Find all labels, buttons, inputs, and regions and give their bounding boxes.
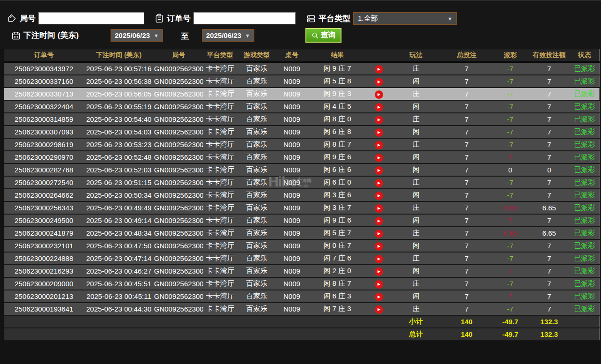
table-row[interactable]: 2506230002418792025-06-23 00:48:34GN0092… — [4, 227, 600, 239]
play-icon[interactable]: ▶ — [375, 204, 383, 213]
table-row[interactable]: 2506230003371602025-06-23 00:56:38GN0092… — [4, 75, 600, 88]
table-row[interactable]: 2506230002909702025-06-23 00:52:48GN0092… — [4, 151, 600, 163]
play-icon[interactable]: ▶ — [375, 305, 383, 314]
cell-total-bet: 7 — [441, 239, 492, 252]
cell-valid-bet: 7 — [528, 303, 570, 315]
cell-platform: 卡卡湾厅 — [203, 62, 237, 75]
cell-total-bet: 7 — [441, 138, 492, 151]
cell-table-no: N009 — [276, 214, 307, 227]
cell-play: 闲 — [391, 126, 441, 138]
cell-bet-time: 2025-06-23 00:45:51 — [84, 277, 154, 290]
cell-result: 闲 2 庄 0 — [307, 265, 367, 277]
play-icon[interactable]: ▶ — [375, 217, 383, 225]
cell-order-no: 250623000322404 — [4, 100, 84, 113]
round-number-input[interactable] — [38, 12, 144, 24]
table-row[interactable]: 2506230003224042025-06-23 00:55:19GN0092… — [4, 100, 600, 113]
cell-game: 百家乐 — [237, 227, 276, 239]
cell-bet-time: 2025-06-23 00:49:14 — [84, 214, 154, 227]
cell-order-no: 250623000201213 — [4, 290, 84, 303]
cell-status: 已派彩 — [570, 100, 599, 113]
cell-result: 闲 6 庄 3 — [307, 290, 367, 303]
cell-total-bet: 7 — [441, 126, 492, 138]
play-icon[interactable]: ▶ — [375, 116, 383, 124]
play-icon[interactable]: ▶ — [375, 179, 383, 187]
table-row[interactable]: 2506230002248882025-06-23 00:47:14GN0092… — [4, 252, 600, 265]
cell-table-no: N009 — [276, 189, 307, 201]
play-icon[interactable]: ▶ — [375, 154, 383, 162]
cell-valid-bet: 7 — [528, 138, 570, 151]
cell-round-no: GN0092562300Q — [154, 138, 203, 151]
table-row[interactable]: 2506230002646622025-06-23 00:50:34GN0092… — [4, 189, 600, 201]
table-row[interactable]: 2506230002725402025-06-23 00:51:15GN0092… — [4, 176, 600, 189]
cell-payout: -7 — [492, 239, 528, 252]
order-number-group: 订单号 — [155, 12, 296, 24]
cell-order-no: 250623000298619 — [4, 138, 84, 151]
play-icon[interactable]: ▶ — [375, 267, 383, 276]
table-row[interactable]: 2506230002321012025-06-23 00:47:50GN0092… — [4, 239, 600, 252]
cell-platform: 卡卡湾厅 — [203, 227, 237, 239]
play-icon[interactable]: ▶ — [375, 230, 383, 238]
chevron-down-icon: ▼ — [154, 33, 159, 38]
cell-payout: -7 — [492, 277, 528, 290]
play-icon[interactable]: ▶ — [375, 293, 383, 301]
cell-payout: 6.65 — [492, 201, 528, 214]
table-row[interactable]: 2506230003070932025-06-23 00:54:03GN0092… — [4, 126, 600, 138]
cell-valid-bet: 6.65 — [528, 201, 570, 214]
cell-payout: -7 — [492, 75, 528, 88]
play-icon[interactable]: ▶ — [375, 65, 383, 74]
play-icon[interactable]: ▶ — [375, 90, 383, 99]
cell-table-no: N009 — [276, 290, 307, 303]
cell-bet-time: 2025-06-23 00:54:40 — [84, 113, 154, 126]
table-row[interactable]: 2506230002827682025-06-23 00:52:03GN0092… — [4, 163, 600, 176]
cell-total-bet: 7 — [441, 62, 492, 75]
date-from-select[interactable]: 2025/06/23 ▼ — [111, 29, 163, 42]
cell-result: 闲 8 庄 7 — [307, 138, 367, 151]
table-row[interactable]: 2506230002495002025-06-23 00:49:14GN0092… — [4, 214, 600, 227]
play-icon[interactable]: ▶ — [375, 128, 383, 137]
play-icon[interactable]: ▶ — [375, 255, 383, 263]
cell-replay: ▶ — [367, 100, 391, 113]
cell-platform: 卡卡湾厅 — [203, 138, 237, 151]
table-row[interactable]: 2506230003439722025-06-23 00:57:16GN0092… — [4, 62, 600, 75]
cell-play: 庄 — [391, 201, 441, 214]
grand-total-row: 总计 140 -49.7 132.3 — [4, 328, 600, 341]
cell-round-no: GN0092562300V — [154, 75, 203, 88]
cell-table-no: N009 — [276, 100, 307, 113]
table-row[interactable]: 2506230001936412025-06-23 00:44:30GN0092… — [4, 303, 600, 315]
cell-game: 百家乐 — [237, 290, 276, 303]
play-icon[interactable]: ▶ — [375, 103, 383, 111]
cell-bet-time: 2025-06-23 00:49:49 — [84, 201, 154, 214]
cell-game: 百家乐 — [237, 189, 276, 201]
date-range-to-label: 至 — [181, 31, 189, 42]
table-row[interactable]: 2506230003148592025-06-23 00:54:40GN0092… — [4, 113, 600, 126]
table-row[interactable]: 2506230002162932025-06-23 00:46:27GN0092… — [4, 265, 600, 277]
play-icon[interactable]: ▶ — [375, 166, 383, 175]
date-to-select[interactable]: 2025/06/23 ▼ — [202, 29, 254, 42]
cell-result: 闲 9 庄 3 — [307, 88, 367, 100]
play-icon[interactable]: ▶ — [375, 141, 383, 149]
order-number-input[interactable] — [193, 12, 296, 24]
cell-table-no: N009 — [276, 176, 307, 189]
play-icon[interactable]: ▶ — [375, 192, 383, 200]
cell-payout: -7 — [492, 88, 528, 100]
subtotal-payout: -49.7 — [492, 315, 528, 328]
table-row[interactable]: 2506230002090002025-06-23 00:45:51GN0092… — [4, 277, 600, 290]
play-icon[interactable]: ▶ — [375, 280, 383, 289]
play-icon[interactable]: ▶ — [375, 78, 383, 86]
table-row[interactable]: 2506230003307132025-06-23 00:56:05GN0092… — [4, 88, 600, 100]
table-row[interactable]: 2506230002563432025-06-23 00:49:49GN0092… — [4, 201, 600, 214]
platform-type-select[interactable]: 1.全部 ▼ — [353, 12, 457, 25]
cell-valid-bet: 7 — [528, 214, 570, 227]
cell-platform: 卡卡湾厅 — [203, 151, 237, 163]
cell-order-no: 250623000256343 — [4, 201, 84, 214]
play-icon[interactable]: ▶ — [375, 242, 383, 251]
header-result: 结果 — [307, 49, 367, 62]
query-button[interactable]: 查询 — [305, 28, 341, 43]
cell-play: 闲 — [391, 214, 441, 227]
table-row[interactable]: 2506230002986192025-06-23 00:53:23GN0092… — [4, 138, 600, 151]
cell-replay: ▶ — [367, 239, 391, 252]
cell-bet-time: 2025-06-23 00:45:11 — [84, 290, 154, 303]
cell-platform: 卡卡湾厅 — [203, 239, 237, 252]
cell-valid-bet: 7 — [528, 126, 570, 138]
table-row[interactable]: 2506230002012132025-06-23 00:45:11GN0092… — [4, 290, 600, 303]
